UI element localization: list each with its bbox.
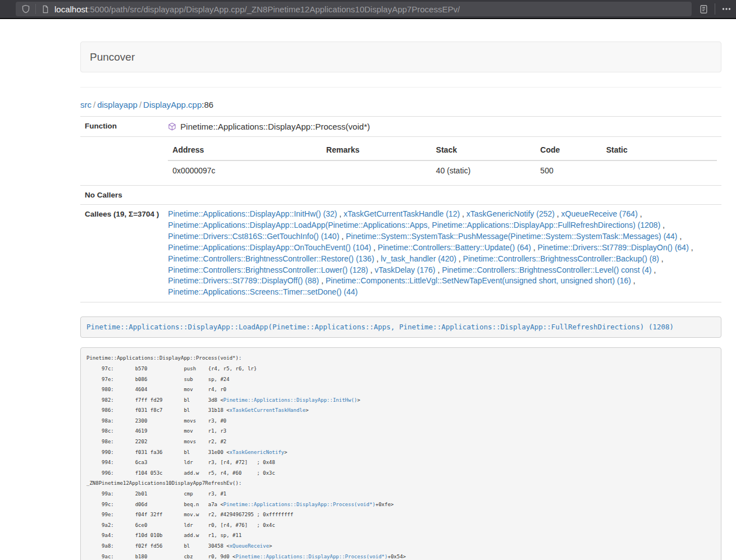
callee-link[interactable]: Pinetime::Controllers::BrightnessControl…: [168, 254, 374, 263]
metrics-table: Address Remarks Stack Code Static 0x0000…: [168, 141, 717, 181]
disassembly-listing: Pinetime::Applications::DisplayApp::Proc…: [80, 347, 721, 560]
metrics-header-row: Address Remarks Stack Code Static: [168, 141, 717, 160]
toolbar-divider: [715, 3, 715, 15]
col-static: Static: [602, 141, 717, 160]
callee-link[interactable]: Pinetime::Drivers::St7789::DisplayOff() …: [168, 276, 319, 285]
puncover-header-panel: Puncover: [80, 42, 721, 72]
col-stack: Stack: [432, 141, 536, 160]
col-code: Code: [536, 141, 601, 160]
highlighted-callee-box: Pinetime::Applications::DisplayApp::Load…: [80, 316, 721, 338]
metrics-label-spacer: [80, 137, 163, 186]
disasm-symbol-link[interactable]: Pinetime::Applications::DisplayApp::Init…: [223, 397, 357, 403]
url-text: localhost:5000/path/src/displayapp/Displ…: [54, 4, 460, 14]
callees-list: Pinetime::Applications::DisplayApp::Init…: [163, 205, 721, 302]
shield-icon[interactable]: [21, 4, 30, 13]
no-callers-cell: [163, 186, 721, 205]
address-bar[interactable]: localhost:5000/path/src/displayapp/Displ…: [16, 2, 692, 16]
callees-label: Callees (19, Σ=3704 ): [80, 205, 163, 302]
function-row: Function Pinetime::Applications::Display…: [80, 117, 721, 137]
callee-link[interactable]: Pinetime::Controllers::BrightnessControl…: [168, 265, 368, 274]
callee-link[interactable]: xQueueReceive (764): [561, 209, 638, 218]
callee-link[interactable]: Pinetime::Controllers::BrightnessControl…: [442, 265, 651, 274]
loadapp-link[interactable]: Pinetime::Applications::DisplayApp::Load…: [86, 323, 674, 331]
remarks-value: [322, 160, 432, 181]
callee-link[interactable]: xTaskGenericNotify (252): [467, 209, 555, 218]
disasm-symbol-link[interactable]: Pinetime::Applications::DisplayApp::Proc…: [236, 554, 388, 559]
no-callers-row: No Callers: [80, 186, 721, 205]
url-host: localhost: [54, 4, 88, 14]
page-icon[interactable]: [41, 5, 49, 13]
function-name-cell: Pinetime::Applications::DisplayApp::Proc…: [163, 117, 721, 137]
no-callers-label: No Callers: [80, 186, 163, 205]
address-value: 0x0000097c: [168, 160, 322, 181]
breadcrumb-separator: /: [92, 100, 97, 109]
url-path: :5000/path/src/displayapp/DisplayApp.cpp…: [88, 4, 460, 14]
breadcrumb-file-link[interactable]: DisplayApp.cpp: [143, 100, 202, 109]
callee-link[interactable]: Pinetime::Applications::DisplayApp::Load…: [168, 221, 660, 229]
metrics-value-row: 0x0000097c 40 (static) 500: [168, 160, 717, 181]
breadcrumb-src-link[interactable]: src: [80, 100, 92, 109]
stack-value: 40 (static): [432, 160, 536, 181]
disasm-symbol-link[interactable]: xQueueReceive: [230, 543, 269, 549]
callee-link[interactable]: Pinetime::Applications::Screens::Timer::…: [168, 287, 358, 296]
callees-row: Callees (19, Σ=3704 ) Pinetime::Applicat…: [80, 205, 721, 302]
callee-link[interactable]: Pinetime::Applications::DisplayApp::OnTo…: [168, 243, 371, 252]
reader-mode-icon[interactable]: [699, 4, 708, 14]
callee-link[interactable]: Pinetime::Controllers::Battery::Update()…: [378, 243, 531, 252]
col-address: Address: [168, 141, 322, 160]
function-label: Function: [80, 117, 163, 137]
static-value: [602, 160, 717, 181]
cube-icon: [168, 122, 176, 131]
callee-link[interactable]: Pinetime::Components::LittleVgl::SetNewT…: [326, 276, 631, 285]
browser-toolbar: localhost:5000/path/src/displayapp/Displ…: [0, 0, 736, 19]
callee-link[interactable]: xTaskGetCurrentTaskHandle (12): [344, 209, 460, 218]
code-value: 500: [536, 160, 601, 181]
metrics-row: Address Remarks Stack Code Static 0x0000…: [80, 137, 721, 186]
breadcrumb-separator: /: [138, 100, 143, 109]
function-info-table: Function Pinetime::Applications::Display…: [80, 116, 721, 302]
callee-link[interactable]: lv_task_handler (420): [381, 254, 456, 263]
divider: [80, 87, 721, 88]
callee-link[interactable]: Pinetime::System::SystemTask::PushMessag…: [346, 232, 678, 241]
callee-link[interactable]: Pinetime::Controllers::BrightnessControl…: [463, 254, 659, 263]
disasm-symbol-link[interactable]: Pinetime::Applications::DisplayApp::Proc…: [223, 502, 376, 507]
function-name: Pinetime::Applications::DisplayApp::Proc…: [180, 122, 370, 131]
col-remarks: Remarks: [322, 141, 432, 160]
disasm-symbol-link[interactable]: xTaskGenericNotify: [230, 449, 285, 455]
callee-link[interactable]: Pinetime::Drivers::Cst816S::GetTouchInfo…: [168, 232, 339, 241]
callee-link[interactable]: Pinetime::Drivers::St7789::DisplayOn() (…: [538, 243, 689, 252]
breadcrumb: src/displayapp/DisplayApp.cpp:86: [80, 100, 721, 109]
breadcrumb-line-number: :86: [202, 100, 213, 109]
callee-link[interactable]: Pinetime::Applications::DisplayApp::Init…: [168, 209, 337, 218]
metrics-cell: Address Remarks Stack Code Static 0x0000…: [163, 137, 721, 186]
menu-dots-icon[interactable]: [721, 4, 732, 13]
page-container: Puncover src/displayapp/DisplayApp.cpp:8…: [80, 42, 721, 560]
urlbar-divider: [35, 4, 36, 14]
app-title: Puncover: [90, 51, 135, 63]
breadcrumb-displayapp-link[interactable]: displayapp: [97, 100, 138, 109]
disasm-symbol-link[interactable]: xTaskGetCurrentTaskHandle: [230, 407, 305, 413]
callee-link[interactable]: vTaskDelay (176): [374, 265, 435, 274]
